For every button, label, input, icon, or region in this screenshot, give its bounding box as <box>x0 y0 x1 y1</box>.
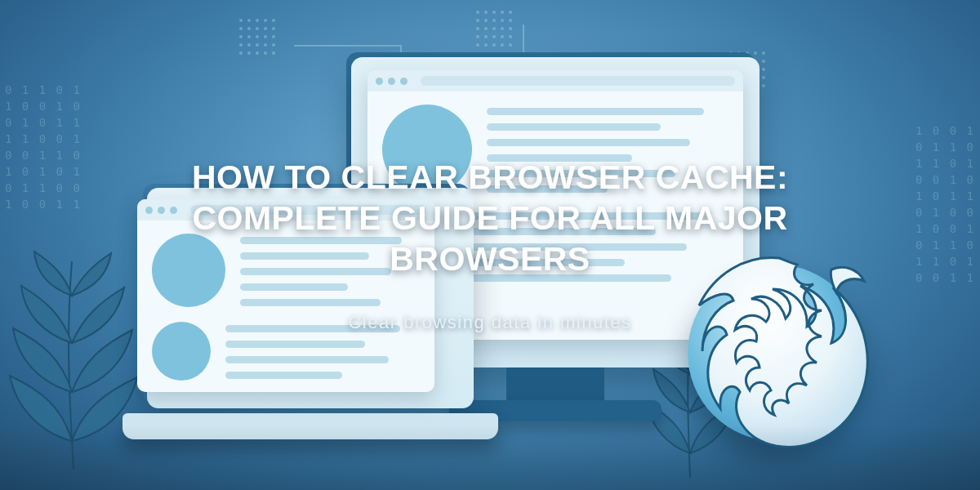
hero-text-overlay: HOW TO CLEAR BROWSER CACHE: COMPLETE GUI… <box>0 0 980 490</box>
hero-banner: 0 1 1 0 1 1 0 0 1 0 0 1 0 1 1 1 1 0 0 1 … <box>0 0 980 490</box>
hero-title: HOW TO CLEAR BROWSER CACHE: COMPLETE GUI… <box>114 157 866 279</box>
hero-subtitle: Clear browsing data in minutes <box>348 312 631 333</box>
